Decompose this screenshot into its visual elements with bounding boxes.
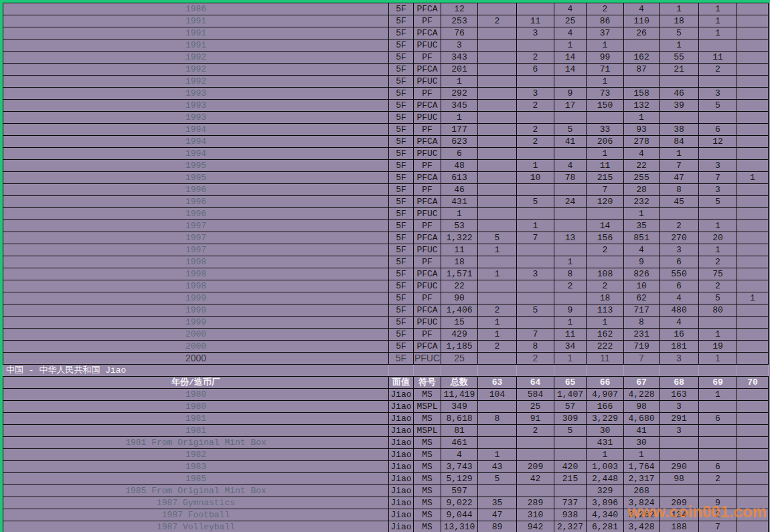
cell-symbol[interactable]: PF [414,184,441,196]
cell-total[interactable]: 429 [441,329,478,341]
cell-total[interactable]: 76 [441,27,478,39]
cell-grade-64[interactable]: 584 [517,389,554,401]
cell-grade-64[interactable]: 5 [517,196,554,208]
cell-grade-69[interactable] [699,76,737,88]
cell-grade-70[interactable]: 1 [737,292,769,304]
cell-year[interactable]: 1999 [3,292,389,304]
cell-grade-64[interactable] [517,317,554,329]
cell-grade-68[interactable]: 5 [660,27,699,39]
cell-grade-66[interactable] [587,208,624,220]
cell-grade-67[interactable]: 278 [624,136,660,148]
cell-year[interactable]: 1999 [3,317,389,329]
cell-symbol[interactable]: PFCA [414,172,441,184]
cell-grade-63[interactable] [478,280,517,292]
cell-grade-68[interactable]: 46 [660,88,699,100]
cell-grade-65[interactable]: 14 [554,52,587,64]
cell-grade-63[interactable] [478,160,517,172]
cell-year[interactable]: 1998 [3,256,389,268]
cell-grade-68[interactable]: 1 [660,39,699,52]
cell-symbol[interactable]: PFCA [414,100,441,112]
cell-grade-67[interactable]: 3,262 [624,509,660,521]
cell-denom[interactable]: Jiao [389,389,414,401]
cell-grade-70[interactable] [737,449,769,461]
cell-denom[interactable]: 5F [389,88,414,100]
cell-grade-64[interactable]: 10 [517,172,554,184]
cell-grade-66[interactable]: 156 [587,232,624,244]
cell-denom[interactable]: 5F [389,100,414,112]
cell-year[interactable]: 1981 From Original Mint Box [3,437,389,449]
cell-total[interactable]: 1 [441,208,478,220]
cell-grade-69[interactable]: 5 [699,196,737,208]
cell-grade-66[interactable]: 3,896 [587,497,624,509]
cell-grade-70[interactable] [737,521,769,532]
cell-grade-65[interactable] [554,220,587,232]
cell-denom[interactable]: 5F [389,353,414,365]
cell-symbol[interactable]: MS [414,509,441,521]
cell-grade-68[interactable]: 84 [660,136,699,148]
cell-grade-65[interactable] [554,244,587,256]
cell-grade-65[interactable]: 1 [554,317,587,329]
cell-symbol[interactable]: MS [414,497,441,509]
cell-grade-63[interactable] [478,136,517,148]
cell-grade-67[interactable]: 98 [624,401,660,413]
cell-grade-66[interactable]: 30 [587,425,624,437]
cell-grade-65[interactable]: 17 [554,100,587,112]
cell-grade-67[interactable]: 158 [624,88,660,100]
cell-grade-70[interactable] [737,341,769,353]
cell-symbol[interactable]: PF [414,160,441,172]
cell-denom[interactable]: Jiao [389,401,414,413]
cell-grade-67[interactable]: 110 [624,15,660,27]
cell-year[interactable]: 1981 [3,425,389,437]
cell-total[interactable]: 46 [441,184,478,196]
cell-symbol[interactable]: PFCA [414,304,441,317]
cell-grade-68[interactable]: 1 [660,148,699,160]
cell-grade-66[interactable]: 7 [587,184,624,196]
cell-grade-65[interactable]: 13 [554,232,587,244]
cell-total[interactable]: 6 [441,148,478,160]
cell-grade-63[interactable]: 43 [478,461,517,473]
cell-year[interactable]: 2000 [3,329,389,341]
cell-grade-64[interactable]: 1 [517,160,554,172]
cell-grade-65[interactable]: 2 [554,280,587,292]
cell-grade-67[interactable]: 3,428 [624,521,660,532]
cell-grade-64[interactable]: 289 [517,497,554,509]
cell-year[interactable]: 1981 [3,413,389,425]
cell-symbol[interactable]: PFCA [414,27,441,39]
cell-year[interactable]: 1996 [3,196,389,208]
cell-grade-66[interactable]: 1,003 [587,461,624,473]
cell-grade-66[interactable]: 113 [587,304,624,317]
cell-grade-69[interactable]: 19 [699,341,737,353]
cell-symbol[interactable]: PFUC [414,112,441,124]
cell-denom[interactable]: Jiao [389,437,414,449]
cell-grade-69[interactable]: 2 [699,509,737,521]
cell-grade-68[interactable]: 39 [660,100,699,112]
cell-grade-63[interactable] [478,64,517,76]
cell-grade-70[interactable] [737,64,769,76]
cell-grade-70[interactable] [737,208,769,220]
header-grade-69[interactable]: 69 [699,377,737,389]
cell-year[interactable]: 1997 [3,244,389,256]
cell-grade-69[interactable]: 2 [699,64,737,76]
cell-total[interactable]: 8,618 [441,413,478,425]
cell-grade-64[interactable] [517,184,554,196]
cell-symbol[interactable]: MSPL [414,401,441,413]
cell-grade-65[interactable]: 420 [554,461,587,473]
cell-grade-68[interactable]: 4 [660,292,699,304]
cell-grade-68[interactable] [660,485,699,497]
cell-grade-69[interactable]: 2 [699,473,737,485]
cell-grade-63[interactable]: 1 [478,449,517,461]
cell-grade-70[interactable] [737,473,769,485]
cell-grade-66[interactable]: 1 [587,148,624,160]
cell-grade-65[interactable]: 737 [554,497,587,509]
cell-grade-67[interactable]: 87 [624,64,660,76]
cell-grade-64[interactable]: 3 [517,27,554,39]
cell-symbol[interactable]: MS [414,521,441,532]
cell-grade-70[interactable] [737,244,769,256]
cell-grade-69[interactable] [699,148,737,160]
cell-total[interactable]: 1,406 [441,304,478,317]
cell-symbol[interactable]: MS [414,461,441,473]
cell-denom[interactable]: 5F [389,208,414,220]
cell-grade-65[interactable] [554,208,587,220]
cell-grade-64[interactable]: 8 [517,341,554,353]
cell-denom[interactable]: Jiao [389,473,414,485]
